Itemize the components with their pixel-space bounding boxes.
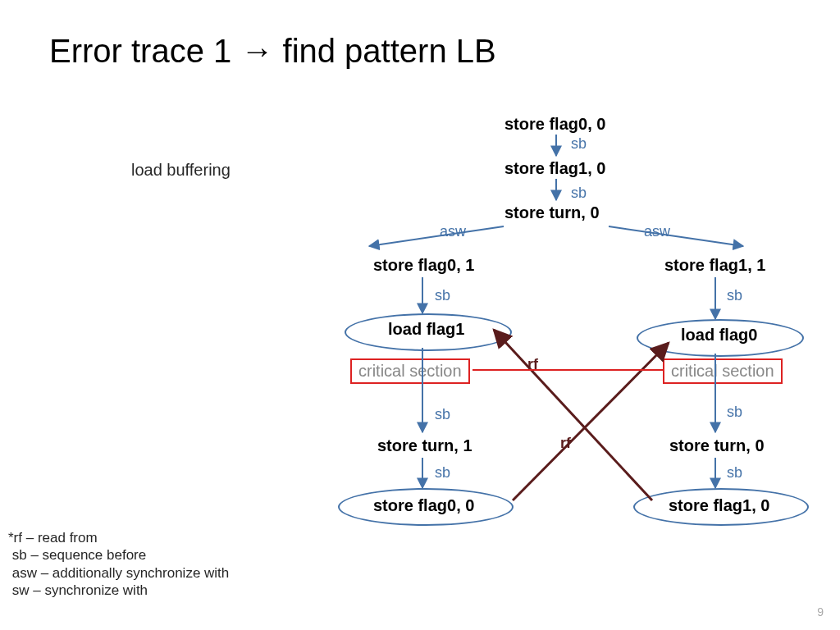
node-store-flag1-0-bottom: store flag1, 0	[669, 496, 769, 515]
node-store-turn-0-right: store turn, 0	[669, 436, 765, 455]
edge-sb-6: sb	[727, 404, 742, 421]
critical-section-left: critical section	[350, 358, 470, 384]
legend: *rf – read from sb – sequence before asw…	[8, 529, 229, 599]
edge-rf-2: rf	[560, 435, 571, 452]
critical-section-right: critical section	[663, 358, 783, 384]
edge-asw-left: asw	[440, 223, 466, 240]
legend-asw: asw – additionally synchronize with	[8, 564, 229, 582]
node-store-flag0-0-bottom: store flag0, 0	[373, 496, 474, 515]
edge-rf-1: rf	[527, 356, 538, 373]
legend-sw: sw – synchronize with	[8, 582, 229, 599]
edge-sb-8: sb	[727, 464, 742, 482]
edge-sb-2: sb	[571, 185, 587, 202]
slide-title: Error trace 1 → find pattern LB	[49, 33, 496, 70]
node-store-turn-0-top: store turn, 0	[504, 203, 600, 222]
edge-sb-7: sb	[435, 464, 450, 482]
node-load-flag1: load flag1	[388, 320, 464, 339]
edge-sb-4: sb	[727, 287, 742, 304]
svg-line-9	[494, 330, 652, 500]
node-store-flag0-0-top: store flag0, 0	[504, 115, 605, 134]
edge-sb-1: sb	[571, 135, 587, 153]
node-store-turn-1: store turn, 1	[377, 436, 472, 455]
edge-sb-5: sb	[435, 406, 450, 423]
node-store-flag1-0: store flag1, 0	[504, 159, 605, 178]
edge-sb-3: sb	[435, 287, 450, 304]
node-store-flag0-1: store flag0, 1	[373, 256, 474, 275]
edge-asw-right: asw	[644, 223, 670, 240]
node-store-flag1-1: store flag1, 1	[664, 256, 765, 275]
node-load-flag0: load flag0	[681, 326, 757, 345]
subtitle-text: load buffering	[131, 161, 231, 180]
legend-sb: sb – sequence before	[8, 546, 229, 564]
page-number: 9	[817, 605, 824, 619]
legend-rf: *rf – read from	[8, 529, 229, 546]
